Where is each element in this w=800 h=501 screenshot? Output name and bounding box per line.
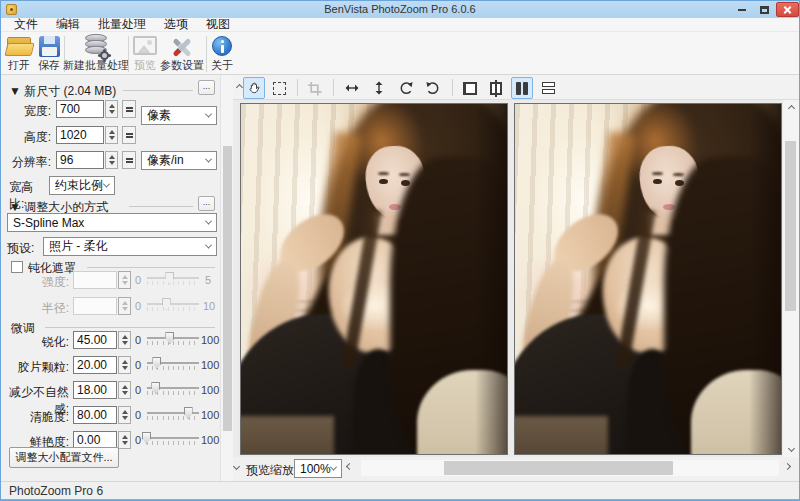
- width-label: 宽度:: [1, 103, 51, 120]
- preview-zoom-label: 预览缩放:: [246, 462, 297, 479]
- main-toolbar: 打开 保存 新建批量处理 预览 参数设置 关于: [1, 31, 799, 75]
- hand-tool-button[interactable]: [243, 77, 265, 99]
- chevron-down-icon: [205, 218, 212, 225]
- resolution-stepper[interactable]: [105, 151, 118, 169]
- resize-profiles-button[interactable]: 调整大小配置文件...: [9, 447, 119, 468]
- new-batch-button[interactable]: 新建批量处理: [66, 34, 126, 74]
- resolution-input[interactable]: [56, 151, 104, 169]
- scroll-right-button[interactable]: [784, 463, 791, 470]
- vividness-slider[interactable]: [147, 432, 199, 446]
- width-link-button[interactable]: [122, 100, 136, 118]
- app-window: BenVista PhotoZoom Pro 6.0.6 文件 编辑 批量处理 …: [0, 0, 800, 501]
- artifact-reduction-stepper[interactable]: [118, 381, 131, 399]
- height-input[interactable]: [56, 126, 104, 144]
- chevron-down-icon: [205, 242, 212, 249]
- about-button[interactable]: 关于: [208, 34, 236, 74]
- view-single-button[interactable]: [459, 77, 481, 99]
- close-button[interactable]: [776, 2, 799, 17]
- open-folder-icon: [6, 36, 32, 56]
- preset-label: 预设:: [7, 240, 41, 257]
- strength-input: [73, 271, 117, 289]
- resolution-unit-select[interactable]: 像素/in: [141, 151, 217, 170]
- gear-icon: [100, 51, 109, 60]
- preview-canvas: [233, 100, 783, 457]
- width-input[interactable]: [56, 100, 104, 118]
- toolbar-separator: [206, 36, 207, 72]
- artifact-reduction-input[interactable]: [73, 381, 117, 399]
- strength-stepper: [118, 271, 131, 289]
- film-grain-label: 胶片颗粒:: [1, 359, 69, 376]
- new-size-header[interactable]: ▼ 新尺寸 (2.04 MB): [9, 83, 116, 100]
- settings-button[interactable]: 参数设置: [160, 34, 204, 74]
- window-title: BenVista PhotoZoom Pro 6.0.6: [1, 3, 799, 15]
- chevron-down-icon: [787, 445, 794, 452]
- preview-zoom-select[interactable]: 100%: [294, 459, 342, 478]
- preview-horizontal-scrollbar[interactable]: [361, 460, 779, 476]
- scrollbar-thumb[interactable]: [444, 461, 673, 475]
- resize-method-more-button[interactable]: ...: [198, 196, 215, 211]
- view-side-by-side-button[interactable]: [511, 77, 533, 99]
- view-split-button[interactable]: [485, 77, 507, 99]
- vividness-stepper[interactable]: [118, 431, 131, 449]
- rotate-cw-button[interactable]: [422, 77, 444, 99]
- view-top-bottom-button[interactable]: [537, 77, 559, 99]
- collapse-up-icon[interactable]: [236, 84, 243, 91]
- rotate-cw-icon: [425, 80, 441, 96]
- radius-slider: [147, 298, 199, 312]
- aspect-select[interactable]: 约束比例: [49, 176, 115, 195]
- marquee-tool-button[interactable]: [268, 77, 290, 99]
- preview-image-after[interactable]: [514, 103, 782, 455]
- resolution-link-button[interactable]: [122, 151, 136, 169]
- flip-vertical-icon: [371, 80, 387, 96]
- size-unit-select[interactable]: 像素: [141, 106, 217, 125]
- scroll-left-button[interactable]: [346, 463, 353, 470]
- collapse-down-icon[interactable]: [233, 463, 240, 470]
- preview-image-before[interactable]: [240, 103, 508, 455]
- sharpness-label: 锐化:: [1, 334, 69, 351]
- save-button[interactable]: 保存: [35, 34, 63, 74]
- preset-select[interactable]: 照片 - 柔化: [43, 237, 217, 256]
- film-grain-stepper[interactable]: [118, 356, 131, 374]
- panel-scrollbar[interactable]: [220, 75, 233, 481]
- open-button[interactable]: 打开: [3, 34, 35, 74]
- marquee-icon: [273, 82, 286, 95]
- scrollbar-thumb[interactable]: [223, 146, 232, 431]
- resize-method-select[interactable]: S-Spline Max: [7, 213, 217, 232]
- preview-vertical-scrollbar[interactable]: [783, 100, 799, 457]
- crispness-input[interactable]: [73, 406, 117, 424]
- film-grain-input[interactable]: [73, 356, 117, 374]
- flip-vertical-button[interactable]: [368, 77, 390, 99]
- scrollbar-thumb[interactable]: [785, 141, 796, 311]
- sharpness-input[interactable]: [73, 331, 117, 349]
- status-text: PhotoZoom Pro 6: [9, 484, 103, 498]
- radius-label: 半径:: [1, 300, 69, 317]
- flip-horizontal-button[interactable]: [341, 77, 363, 99]
- strength-label: 强度:: [1, 274, 69, 291]
- rotate-ccw-icon: [398, 80, 414, 96]
- view-single-icon: [463, 82, 477, 95]
- scroll-up-button[interactable]: [783, 101, 799, 116]
- film-grain-slider[interactable]: [147, 357, 199, 371]
- sharpness-stepper[interactable]: [118, 331, 131, 349]
- rotate-ccw-button[interactable]: [395, 77, 417, 99]
- crispness-stepper[interactable]: [118, 406, 131, 424]
- crispness-slider[interactable]: [147, 407, 199, 421]
- chevron-down-icon: [330, 464, 337, 471]
- unsharp-checkbox[interactable]: [11, 261, 23, 273]
- link-bars-icon: [126, 133, 133, 138]
- sharpness-slider[interactable]: [147, 332, 199, 346]
- height-stepper[interactable]: [105, 126, 118, 144]
- minimize-button[interactable]: [732, 2, 752, 17]
- width-stepper[interactable]: [105, 100, 118, 118]
- link-bars-icon: [126, 107, 133, 112]
- menu-bar: 文件 编辑 批量处理 选项 视图: [1, 18, 799, 31]
- height-link-button[interactable]: [122, 126, 136, 144]
- save-disk-icon: [39, 36, 60, 57]
- radius-input: [73, 297, 117, 315]
- scroll-down-button[interactable]: [783, 441, 799, 456]
- view-top-bottom-icon: [542, 82, 555, 94]
- preview-image-icon: [133, 36, 157, 55]
- new-size-more-button[interactable]: ...: [198, 80, 215, 95]
- maximize-button[interactable]: [754, 2, 774, 17]
- artifact-reduction-slider[interactable]: [147, 382, 199, 396]
